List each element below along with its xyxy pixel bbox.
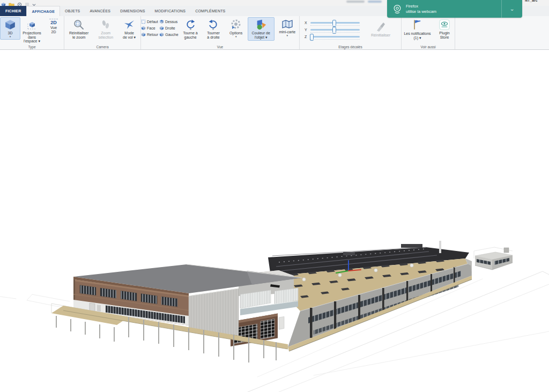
settings-icon[interactable]	[17, 2, 22, 6]
rotate-right-button[interactable]: Tournerà droite	[203, 17, 225, 41]
plugin-store-button[interactable]: PluginStore	[434, 17, 455, 41]
group-label-voir-aussi: Voir aussi	[402, 45, 455, 49]
ribbon-group-voir-aussi: Les notifications(1) ▾ PluginStore Voir …	[402, 16, 455, 49]
view-dessus-button[interactable]: Dessus	[159, 19, 179, 24]
flag-icon	[412, 19, 423, 31]
slider-z-label: Z	[305, 35, 308, 39]
ribbon-group-vue: Défaut Face Retour Dessus	[141, 16, 300, 49]
airplane-icon	[123, 19, 135, 31]
ribbon-group-camera: Réinitialiserle zoom Zoomsélection Moded…	[64, 16, 141, 49]
tab-modifications[interactable]: MODIFICATIONS	[150, 6, 191, 16]
toast-message: utilise la webcam	[406, 9, 501, 14]
cube-top-icon	[159, 19, 164, 24]
titlebar-text-clipped	[346, 1, 365, 3]
projections-button[interactable]: Projectionsdans l'espace ▾	[21, 17, 42, 45]
notifications-button[interactable]: Les notifications(1) ▾	[402, 17, 433, 41]
rotate-right-icon	[207, 19, 219, 31]
options-button[interactable]: Options▾	[226, 17, 247, 40]
rotate-left-button[interactable]: Tourne àgauche	[180, 17, 202, 41]
group-label-camera: Camera	[64, 45, 140, 49]
slider-y[interactable]	[310, 29, 360, 31]
app-icon	[1, 2, 6, 6]
slider-y-label: Y	[305, 28, 308, 32]
help-icon[interactable]	[25, 2, 29, 6]
titlebar-text-clipped	[368, 1, 382, 3]
cube-right-icon	[159, 26, 164, 31]
slider-z-thumb[interactable]	[310, 34, 314, 41]
quickaccess-chevron-icon[interactable]	[32, 2, 36, 6]
ribbon: 3D▾ Projectionsdans l'espace ▾ 2D Vue2D …	[0, 16, 549, 50]
ribbon-group-etages: X Y Z Réinitialiser	[300, 16, 402, 49]
flight-mode-button[interactable]: Modede vol ▾	[118, 17, 140, 41]
object-color-icon	[255, 19, 267, 31]
footprints-icon	[100, 19, 112, 31]
minimap-button[interactable]: mini-carte▾	[276, 17, 299, 39]
reset-floors-button[interactable]: Réinitialiser	[365, 19, 396, 39]
ribbon-empty-area	[455, 16, 549, 49]
view-droite-button[interactable]: Droite	[159, 26, 179, 31]
tab-avancees[interactable]: AVANCÉES	[85, 6, 115, 16]
rotate-left-icon	[184, 19, 196, 31]
plugin-store-icon	[439, 19, 450, 31]
slider-x-label: X	[305, 21, 308, 25]
tab-dimensions[interactable]: DIMENSIONS	[115, 6, 150, 16]
view-gauche-button[interactable]: Gauche	[159, 32, 179, 37]
tab-complements[interactable]: COMPLÉMENTS	[190, 6, 230, 16]
magnifier-icon	[73, 19, 85, 31]
view-defaut-button[interactable]: Défaut	[141, 19, 158, 24]
object-color-button[interactable]: Couleur del'objet ▾	[248, 17, 274, 41]
toast-chevron[interactable]: ⌄	[501, 0, 522, 18]
tab-fichier[interactable]: FICHIER	[0, 6, 26, 16]
group-label-type: Type	[0, 45, 64, 49]
slider-y-thumb[interactable]	[332, 27, 336, 34]
vue-2d-button[interactable]: 2D Vue2D	[43, 17, 64, 35]
window-title-fragment: NT_arc	[525, 0, 538, 3]
slider-x[interactable]	[310, 22, 360, 24]
cube-3d-icon	[4, 19, 16, 31]
broom-icon	[375, 21, 387, 33]
cube-left-icon	[159, 32, 164, 37]
cube-back-icon	[141, 32, 146, 37]
2d-icon: 2D	[49, 19, 58, 25]
toast-app-name: Firefox	[406, 4, 501, 9]
reset-zoom-button[interactable]: Réinitialiserle zoom	[64, 17, 93, 41]
slider-x-thumb[interactable]	[332, 20, 336, 27]
webcam-icon	[392, 4, 403, 14]
view-retour-button[interactable]: Retour	[141, 32, 158, 37]
quick-access-toolbar	[1, 0, 36, 6]
cube-face-icon	[141, 26, 146, 31]
ribbon-group-type: 3D▾ Projectionsdans l'espace ▾ 2D Vue2D …	[0, 16, 64, 49]
chevron-down-icon: ⌄	[509, 5, 514, 12]
webcam-notification-toast[interactable]: Firefox utilise la webcam ⌄	[387, 0, 522, 18]
3d-view-button[interactable]: 3D▾	[0, 17, 20, 40]
slider-z[interactable]	[310, 36, 360, 38]
map-icon	[281, 19, 293, 29]
outbuilding[interactable]	[474, 247, 513, 270]
group-label-vue: Vue	[141, 45, 299, 49]
gear-icon	[230, 19, 242, 31]
viewport-3d-model[interactable]	[0, 0, 549, 392]
view-face-button[interactable]: Face	[141, 26, 158, 31]
projection-cube-icon	[26, 19, 38, 31]
open-file-icon[interactable]	[9, 2, 14, 6]
zoom-selection-button[interactable]: Zoomsélection	[94, 17, 117, 41]
selection-square-icon	[141, 19, 146, 24]
tab-objets[interactable]: OBJETS	[60, 6, 85, 16]
tab-affichage[interactable]: AFFICHAGE	[26, 6, 60, 16]
group-label-etages: Etages décalés	[300, 45, 401, 49]
factory-hall[interactable]	[268, 241, 472, 351]
